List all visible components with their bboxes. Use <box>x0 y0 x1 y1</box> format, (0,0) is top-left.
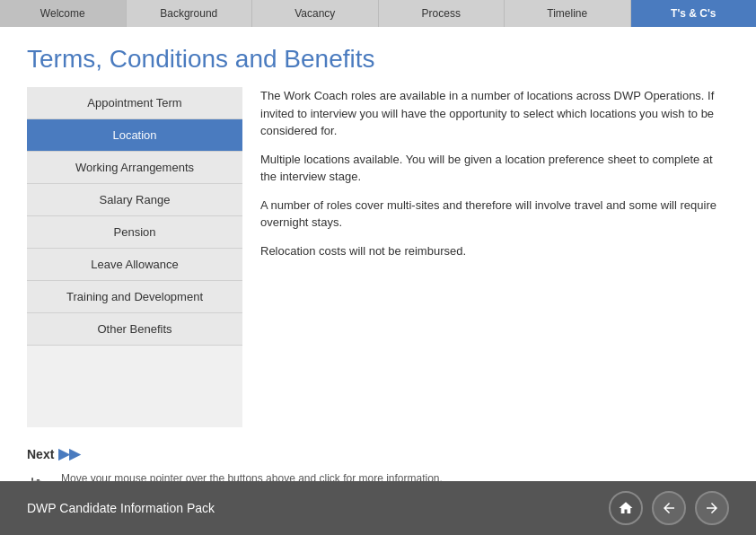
footer-navigation <box>609 491 729 525</box>
nav-item-process[interactable]: Process <box>379 0 505 27</box>
sidebar-item-location[interactable]: Location <box>27 119 242 152</box>
sidebar-item-working-arrangements[interactable]: Working Arrangements <box>27 152 242 184</box>
sidebar-item-appointment-term[interactable]: Appointment Term <box>27 87 242 119</box>
content-paragraph-1: The Work Coach roles are available in a … <box>260 87 729 140</box>
sidebar-item-leave-allowance[interactable]: Leave Allowance <box>27 249 242 281</box>
top-navigation: WelcomeBackgroundVacancyProcessTimelineT… <box>0 0 756 27</box>
nav-item-ts-cs[interactable]: T's & C's <box>631 0 757 27</box>
main-content: Terms, Conditions and Benefits Appointme… <box>0 27 756 436</box>
sidebar-item-salary-range[interactable]: Salary Range <box>27 184 242 216</box>
back-button[interactable] <box>652 491 686 525</box>
sidebar-item-other-benefits[interactable]: Other Benefits <box>27 313 242 346</box>
footer-title: DWP Candidate Information Pack <box>27 501 215 515</box>
forward-arrow-icon <box>704 500 720 516</box>
content-paragraph-4: Relocation costs will not be reimbursed. <box>260 242 729 260</box>
page-title: Terms, Conditions and Benefits <box>27 45 729 74</box>
content-paragraph-3: A number of roles cover multi-sites and … <box>260 197 729 232</box>
nav-item-welcome[interactable]: Welcome <box>0 0 127 27</box>
nav-item-vacancy[interactable]: Vacancy <box>252 0 379 27</box>
forward-button[interactable] <box>695 491 729 525</box>
nav-item-background[interactable]: Background <box>127 0 253 27</box>
sidebar-item-pension[interactable]: Pension <box>27 216 242 249</box>
home-button[interactable] <box>609 491 643 525</box>
right-content: The Work Coach roles are available in a … <box>260 87 729 427</box>
nav-item-timeline[interactable]: Timeline <box>505 0 631 27</box>
content-paragraph-2: Multiple locations available. You will b… <box>260 151 729 186</box>
back-arrow-icon <box>661 500 677 516</box>
home-icon <box>618 500 634 516</box>
next-arrows-icon: ▶▶ <box>58 445 80 462</box>
sidebar-item-training-development[interactable]: Training and Development <box>27 281 242 313</box>
next-button[interactable]: Next ▶▶ <box>27 445 80 462</box>
content-area: Appointment TermLocationWorking Arrangem… <box>27 87 729 427</box>
sidebar: Appointment TermLocationWorking Arrangem… <box>27 87 242 427</box>
next-area: Next ▶▶ <box>27 441 729 467</box>
footer: DWP Candidate Information Pack <box>0 481 756 535</box>
next-label: Next <box>27 447 54 461</box>
